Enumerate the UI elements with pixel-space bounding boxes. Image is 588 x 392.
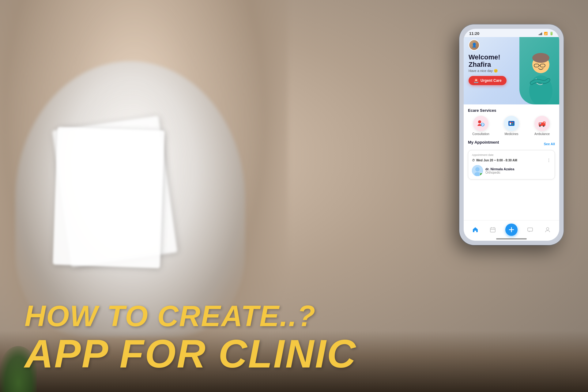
service-medicines[interactable]: Medicines [499, 116, 524, 136]
phone-screen: 11:20 📶 🔋 👤 [464, 29, 559, 241]
appointment-header: My Appointment See All [468, 140, 555, 148]
doctor-image [519, 37, 559, 104]
phone-mockup: 11:20 📶 🔋 👤 [459, 24, 564, 245]
status-bar: 11:20 📶 🔋 [464, 29, 559, 37]
nav-add-button[interactable] [505, 224, 518, 236]
medicines-label: Medicines [504, 132, 518, 136]
service-consultation[interactable]: Rx Consultation [468, 116, 494, 136]
svg-rect-33 [528, 228, 533, 231]
nav-messages[interactable] [525, 225, 535, 235]
appointment-doctor: dr. Nirmala Azalea Orthopedic [472, 165, 551, 176]
appointment-date: Wed Jun 20 [476, 159, 493, 162]
headline-line2: APP FOR CLINIC [24, 334, 356, 374]
urgent-care-button[interactable]: 🚨 Urgent Care [469, 76, 507, 85]
ambulance-icon-wrap [534, 116, 550, 131]
svg-rect-9 [508, 121, 514, 126]
svg-point-2 [532, 53, 549, 63]
svg-point-6 [478, 120, 481, 123]
appointment-time: ⏱ Wed Jun 20 • 8:00 - 8:30 AM [472, 159, 517, 162]
doctor-info: dr. Nirmala Azalea Orthopedic [485, 167, 551, 174]
svg-point-25 [475, 167, 480, 172]
svg-rect-18 [544, 122, 545, 123]
battery-icon: 🔋 [549, 32, 554, 36]
clock-icon: ⏱ [472, 159, 475, 162]
service-ambulance[interactable]: Ambulance [529, 116, 555, 136]
svg-rect-12 [512, 124, 513, 125]
online-indicator [480, 173, 483, 176]
status-icons: 📶 🔋 [539, 32, 554, 36]
svg-rect-19 [539, 123, 541, 124]
wifi-icon: 📶 [544, 32, 548, 35]
background-papers [46, 92, 199, 276]
phone-shell: 11:20 📶 🔋 👤 [459, 24, 564, 245]
consultation-label: Consultation [472, 132, 489, 136]
home-indicator [496, 238, 527, 239]
bottom-navigation [464, 220, 559, 241]
services-grid: Rx Consultation [468, 116, 555, 136]
more-options-icon[interactable]: ⋮ [547, 158, 551, 163]
user-avatar[interactable]: 👤 [469, 40, 480, 51]
appointment-section-title: My Appointment [468, 140, 499, 145]
svg-text:Rx: Rx [481, 123, 484, 126]
svg-rect-14 [510, 122, 511, 123]
text-overlay: HOW TO CREATE..? APP FOR CLINIC [24, 301, 356, 374]
nav-calendar[interactable] [488, 225, 498, 235]
doctor-silhouette [522, 43, 559, 104]
signal-icon [539, 32, 542, 35]
see-all-button[interactable]: See All [544, 142, 555, 146]
status-time: 11:20 [469, 31, 479, 36]
nav-profile[interactable] [543, 225, 552, 235]
consultation-icon-wrap: Rx [473, 116, 488, 131]
app-content: Ecare Services Rx [464, 104, 559, 220]
appointment-bullet: • [494, 159, 496, 162]
app-header: 👤 🔔 Welcome! Zhafira Have a nice day 🙂 🚨… [464, 37, 559, 104]
urgent-care-label: Urgent Care [481, 78, 502, 83]
appointment-time-row: ⏱ Wed Jun 20 • 8:00 - 8:30 AM ⋮ [472, 158, 551, 163]
headline-line1: HOW TO CREATE..? [24, 301, 356, 331]
svg-point-23 [543, 126, 544, 126]
ambulance-label: Ambulance [534, 132, 550, 136]
urgent-icon: 🚨 [473, 78, 479, 83]
appointment-date-label: Appointment date [472, 153, 551, 156]
nav-home[interactable] [470, 225, 480, 235]
doctor-specialty: Orthopedic [485, 171, 551, 174]
ecare-section-title: Ecare Services [468, 108, 555, 113]
doctor-avatar [472, 165, 483, 176]
svg-rect-27 [490, 228, 495, 232]
doctor-name: dr. Nirmala Azalea [485, 167, 551, 171]
svg-point-34 [546, 228, 549, 230]
svg-point-21 [540, 126, 540, 126]
svg-rect-11 [512, 122, 513, 123]
appointment-card[interactable]: Appointment date ⏱ Wed Jun 20 • 8:00 - 8… [468, 150, 555, 179]
medicines-icon-wrap [504, 116, 519, 131]
appointment-time-value: 8:00 - 8:30 AM [497, 159, 517, 162]
